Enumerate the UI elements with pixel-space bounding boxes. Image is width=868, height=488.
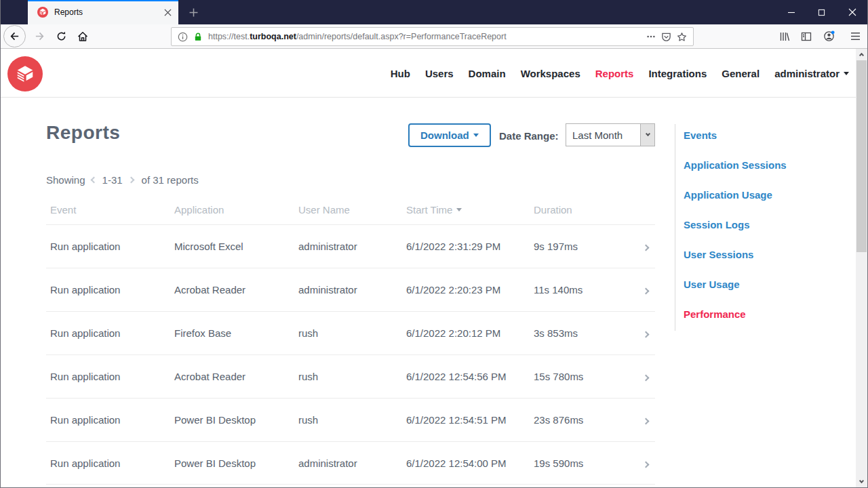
cell-duration: 19s 590ms: [534, 458, 635, 469]
page-info-icon[interactable]: [178, 32, 188, 42]
report-link-events[interactable]: Events: [684, 129, 717, 141]
cell-event: Run application: [50, 371, 174, 382]
col-application[interactable]: Application: [174, 204, 298, 216]
cell-event: Run application: [50, 327, 174, 339]
cell-user: rush: [298, 371, 406, 382]
row-detail-chevron-icon[interactable]: [644, 414, 655, 426]
select-arrow: [640, 124, 654, 146]
window-minimize-button[interactable]: [776, 0, 806, 24]
cell-application: Power BI Desktop: [174, 458, 298, 469]
col-duration[interactable]: Duration: [534, 204, 635, 216]
col-start-time-label: Start Time: [406, 204, 452, 216]
date-range-label: Date Range:: [499, 130, 559, 142]
report-link-application-sessions[interactable]: Application Sessions: [684, 159, 787, 171]
date-range-select[interactable]: Last Month: [566, 123, 655, 146]
row-detail-chevron-icon[interactable]: [644, 284, 655, 296]
sidebar-toggle-icon[interactable]: [796, 24, 816, 48]
url-bar[interactable]: https://test.turboqa.net/admin/reports/d…: [171, 27, 694, 46]
user-menu-label: administrator: [774, 68, 840, 79]
browser-tab-reports[interactable]: Reports: [28, 0, 178, 24]
col-start-time[interactable]: Start Time: [406, 204, 534, 216]
window-maximize-button[interactable]: [806, 0, 837, 24]
table-row[interactable]: Run application Acrobat Reader administr…: [46, 268, 655, 311]
library-icon[interactable]: [774, 24, 795, 48]
nav-item-integrations[interactable]: Integrations: [648, 68, 707, 79]
url-text: https://test.turboqa.net/admin/reports/d…: [208, 32, 507, 41]
vertical-scrollbar[interactable]: [856, 49, 867, 487]
table-row[interactable]: Run application Power BI Desktop rush 6/…: [46, 398, 655, 441]
page-actions-icon[interactable]: [646, 32, 656, 41]
turbo-logo[interactable]: [7, 56, 43, 92]
forward-button[interactable]: [29, 24, 50, 48]
nav-item-general[interactable]: General: [722, 68, 760, 79]
col-event[interactable]: Event: [50, 204, 174, 216]
cell-duration: 9s 197ms: [534, 241, 635, 252]
window-close-button[interactable]: [837, 0, 867, 24]
row-detail-chevron-icon[interactable]: [644, 327, 655, 339]
cell-user: administrator: [298, 241, 406, 252]
report-link-user-usage[interactable]: User Usage: [684, 279, 740, 290]
cell-start: 6/1/2022 12:54:56 PM: [406, 371, 534, 382]
nav-item-domain[interactable]: Domain: [469, 68, 506, 79]
scroll-up-icon[interactable]: [856, 49, 867, 59]
cell-duration: 3s 853ms: [534, 327, 635, 339]
cell-duration: 15s 780ms: [534, 371, 635, 382]
nav-item-hub[interactable]: Hub: [391, 68, 410, 79]
account-icon[interactable]: [818, 24, 839, 48]
scrollbar-thumb[interactable]: [856, 60, 867, 252]
table-row[interactable]: Run application Microsoft Excel administ…: [46, 224, 655, 268]
cell-start: 6/1/2022 12:54:51 PM: [406, 414, 534, 426]
row-detail-chevron-icon[interactable]: [644, 458, 655, 469]
bookmark-star-icon[interactable]: [677, 32, 687, 42]
nav-item-users[interactable]: Users: [425, 68, 454, 79]
sort-descending-icon: [456, 208, 462, 211]
browser-toolbar: https://test.turboqa.net/admin/reports/d…: [1, 24, 867, 49]
row-detail-chevron-icon[interactable]: [644, 241, 655, 252]
cell-start: 6/1/2022 12:54:00 PM: [406, 458, 534, 469]
table-row[interactable]: Run application Firefox Base rush 6/1/20…: [46, 311, 655, 354]
page-title: Reports: [46, 122, 120, 144]
cell-duration: 11s 140ms: [534, 284, 635, 296]
cell-duration: 23s 876ms: [534, 414, 635, 426]
titlebar: Reports: [1, 0, 867, 24]
cell-user: rush: [298, 414, 406, 426]
report-link-user-sessions[interactable]: User Sessions: [684, 249, 753, 260]
tab-close-icon[interactable]: [164, 9, 172, 16]
chevron-down-icon: [645, 131, 650, 136]
user-menu[interactable]: administrator: [774, 68, 849, 79]
cell-application: Firefox Base: [174, 327, 298, 339]
scroll-down-icon[interactable]: [856, 477, 867, 487]
row-detail-chevron-icon[interactable]: [644, 371, 655, 382]
date-range-value: Last Month: [566, 129, 640, 141]
cell-user: administrator: [298, 284, 406, 296]
caret-down-icon: [473, 134, 479, 137]
cell-user: administrator: [298, 458, 406, 469]
col-user-name[interactable]: User Name: [298, 204, 406, 216]
menu-hamburger-icon[interactable]: [845, 24, 865, 48]
report-link-application-usage[interactable]: Application Usage: [684, 189, 772, 201]
report-link-session-logs[interactable]: Session Logs: [684, 219, 750, 230]
table-row[interactable]: Run application Power BI Desktop adminis…: [46, 441, 655, 485]
site-header: Hub Users Domain Workspaces Reports Inte…: [1, 49, 857, 98]
cell-start: 6/1/2022 2:20:23 PM: [406, 284, 534, 296]
prev-page-icon[interactable]: [90, 177, 97, 184]
cell-event: Run application: [50, 241, 174, 252]
table-row[interactable]: Run application Acrobat Reader rush 6/1/…: [46, 354, 655, 398]
cell-event: Run application: [50, 414, 174, 426]
download-button-label: Download: [420, 129, 469, 141]
home-button[interactable]: [73, 24, 93, 48]
pocket-icon[interactable]: [661, 32, 671, 42]
caret-down-icon: [844, 72, 849, 75]
report-link-performance[interactable]: Performance: [684, 308, 746, 320]
https-lock-icon[interactable]: [193, 32, 203, 42]
next-page-icon[interactable]: [127, 177, 134, 184]
showing-label: Showing: [46, 174, 85, 186]
reload-button[interactable]: [51, 24, 71, 48]
cell-application: Microsoft Excel: [174, 241, 298, 252]
nav-item-reports[interactable]: Reports: [595, 68, 634, 79]
back-button[interactable]: [3, 25, 26, 47]
nav-item-workspaces[interactable]: Workspaces: [521, 68, 580, 79]
page-range: 1-31: [102, 174, 123, 186]
download-button[interactable]: Download: [408, 123, 491, 147]
new-tab-button[interactable]: [184, 3, 203, 22]
